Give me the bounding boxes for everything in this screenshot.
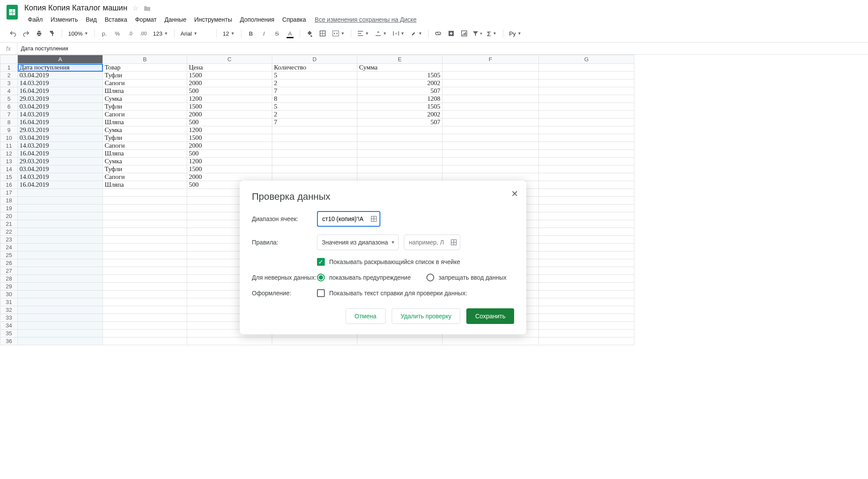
cell[interactable]: 5 (272, 72, 357, 79)
cell[interactable]: Сапоги (103, 173, 187, 181)
cell[interactable] (18, 267, 103, 275)
row-header[interactable]: 5 (0, 95, 18, 103)
star-icon[interactable]: ☆ (132, 4, 139, 12)
menu-вид[interactable]: Вид (83, 14, 100, 25)
row-header[interactable]: 6 (0, 103, 18, 111)
cell[interactable] (539, 189, 634, 197)
cell[interactable] (442, 119, 539, 126)
cell[interactable] (103, 298, 187, 306)
cell[interactable]: 29.03.2019 (18, 126, 103, 134)
row-header[interactable]: 31 (0, 298, 18, 306)
cell[interactable] (539, 306, 634, 314)
cell[interactable] (539, 330, 634, 337)
cell[interactable] (103, 228, 187, 236)
cell[interactable] (18, 228, 103, 236)
cell[interactable]: 16.04.2019 (18, 87, 103, 95)
cell[interactable]: Шляпа (103, 181, 187, 189)
text-wrap-button[interactable]: ▼ (390, 27, 407, 40)
cell[interactable]: 1200 (187, 126, 272, 134)
cell[interactable]: 2002 (357, 79, 442, 87)
cell[interactable]: Сапоги (103, 142, 187, 150)
cell[interactable] (18, 236, 103, 244)
menu-дополнения[interactable]: Дополнения (237, 14, 278, 25)
paint-format-icon[interactable] (46, 27, 58, 40)
cell[interactable]: Сумка (103, 95, 187, 103)
col-header-F[interactable]: F (442, 55, 539, 64)
cell[interactable]: 03.04.2019 (18, 72, 103, 79)
cell[interactable] (539, 158, 634, 165)
sheets-logo[interactable] (3, 3, 21, 21)
row-header[interactable]: 23 (0, 236, 18, 244)
cell[interactable] (18, 220, 103, 228)
cell[interactable] (539, 87, 634, 95)
cell[interactable] (357, 337, 442, 345)
cell[interactable] (442, 142, 539, 150)
row-header[interactable]: 32 (0, 306, 18, 314)
zoom-select[interactable]: 100%▼ (66, 27, 91, 40)
row-header[interactable]: 2 (0, 72, 18, 79)
cell[interactable] (18, 251, 103, 259)
cell[interactable]: Количество (272, 64, 357, 72)
cell[interactable]: 1505 (357, 72, 442, 79)
cell[interactable] (442, 158, 539, 165)
cell[interactable]: Товар (103, 64, 187, 72)
cell[interactable]: 2000 (187, 173, 272, 181)
cell[interactable]: 7 (272, 87, 357, 95)
row-header[interactable]: 20 (0, 212, 18, 220)
show-dropdown-checkbox[interactable]: ✓ (317, 258, 325, 266)
cell[interactable] (357, 165, 442, 173)
cell[interactable] (442, 64, 539, 72)
cell[interactable] (539, 236, 634, 244)
menu-вставка[interactable]: Вставка (101, 14, 131, 25)
row-header[interactable]: 10 (0, 134, 18, 142)
cell[interactable] (103, 322, 187, 330)
cell[interactable] (18, 205, 103, 212)
cell[interactable]: 29.03.2019 (18, 95, 103, 103)
cell[interactable]: 500 (187, 87, 272, 95)
cell[interactable]: 29.03.2019 (18, 158, 103, 165)
increase-decimal-button[interactable]: .00 (137, 27, 149, 40)
select-all-corner[interactable] (0, 55, 18, 64)
cell[interactable] (103, 236, 187, 244)
cell[interactable]: 1200 (187, 158, 272, 165)
cell[interactable] (103, 212, 187, 220)
cell[interactable]: Шляпа (103, 119, 187, 126)
cell[interactable] (272, 126, 357, 134)
cell[interactable]: 03.04.2019 (18, 103, 103, 111)
cell[interactable] (442, 72, 539, 79)
cell[interactable]: Туфли (103, 103, 187, 111)
cell[interactable] (18, 283, 103, 291)
filter-button[interactable]: ▼ (471, 27, 483, 40)
cell[interactable]: Сумка (103, 158, 187, 165)
cell[interactable]: Шляпа (103, 87, 187, 95)
input-language-button[interactable]: Ру▼ (507, 27, 524, 40)
cell[interactable] (103, 244, 187, 251)
cell[interactable] (18, 306, 103, 314)
row-header[interactable]: 9 (0, 126, 18, 134)
reject-input-radio[interactable] (426, 274, 434, 281)
h-align-button[interactable]: ▼ (355, 27, 372, 40)
cell[interactable] (357, 158, 442, 165)
cell[interactable] (357, 134, 442, 142)
cell[interactable] (103, 330, 187, 337)
cell[interactable] (103, 283, 187, 291)
cell[interactable]: Дата поступления (18, 64, 103, 72)
cell[interactable] (442, 134, 539, 142)
cell[interactable] (18, 322, 103, 330)
cell[interactable]: 16.04.2019 (18, 181, 103, 189)
cell[interactable] (539, 126, 634, 134)
cell[interactable]: 1208 (357, 95, 442, 103)
cell[interactable] (18, 291, 103, 298)
row-header[interactable]: 30 (0, 291, 18, 298)
row-header[interactable]: 35 (0, 330, 18, 337)
col-header-B[interactable]: B (103, 55, 187, 64)
cell[interactable]: 7 (272, 119, 357, 126)
cell[interactable] (539, 181, 634, 189)
row-header[interactable]: 4 (0, 87, 18, 95)
cell[interactable] (272, 173, 357, 181)
decrease-decimal-button[interactable]: .0 (124, 27, 136, 40)
cell[interactable] (442, 87, 539, 95)
cell[interactable] (539, 220, 634, 228)
currency-button[interactable]: р. (98, 27, 110, 40)
cell[interactable] (442, 337, 539, 345)
